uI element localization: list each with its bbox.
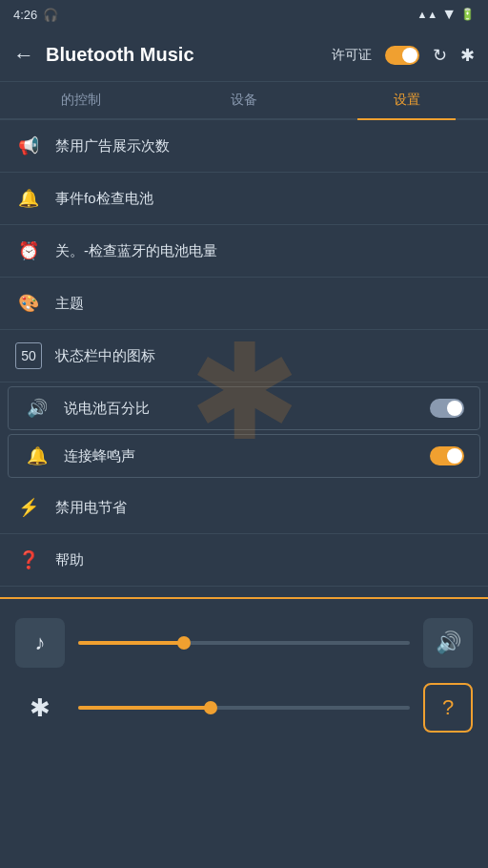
toggle-item-battery-percent[interactable]: 🔊 说电池百分比 xyxy=(8,386,480,430)
refresh-icon[interactable]: ↻ xyxy=(433,45,447,66)
bt-player-icon: ✱ xyxy=(15,683,65,733)
music-slider-fill xyxy=(78,641,184,645)
setting-item-help[interactable]: ❓ 帮助 xyxy=(0,534,488,587)
header-right: 许可证 ↻ ✱ xyxy=(332,45,475,66)
status-left: 4:26 🎧 xyxy=(13,8,58,22)
status-bar: 4:26 🎧 ▲▲ ▼ 🔋 xyxy=(0,0,488,29)
ads-label: 禁用广告展示次数 xyxy=(55,137,473,155)
music-button[interactable]: ♪ xyxy=(15,618,65,668)
wifi-icon: ▼ xyxy=(441,6,457,23)
settings-content: 📢 禁用广告展示次数 🔔 事件fo检查电池 ⏰ 关。-检查蓝牙的电池电量 🎨 主… xyxy=(0,120,488,597)
signal-icon: ▲▲ xyxy=(417,9,437,20)
battery-icon: 🔋 xyxy=(460,8,475,21)
tab-controls[interactable]: 的控制 xyxy=(0,82,163,118)
tab-bar: 的控制 设备 设置 xyxy=(0,82,488,120)
power-save-label: 禁用电节省 xyxy=(55,499,473,517)
event-icon: 🔔 xyxy=(15,185,42,212)
volume-icon: 🔊 xyxy=(436,630,461,655)
time-display: 4:26 xyxy=(13,8,37,22)
setting-item-battery-check[interactable]: ⏰ 关。-检查蓝牙的电池电量 xyxy=(0,225,488,278)
volume-slider-thumb[interactable] xyxy=(204,701,217,714)
battery-check-icon: ⏰ xyxy=(15,238,42,264)
event-label: 事件fo检查电池 xyxy=(55,190,473,208)
player-section: ♪ 🔊 ✱ ? xyxy=(0,599,488,752)
help-player-icon: ? xyxy=(442,695,454,720)
power-save-icon: ⚡ xyxy=(15,494,42,521)
setting-item-power-save[interactable]: ⚡ 禁用电节省 xyxy=(0,482,488,534)
bt-volume-row: ✱ ? xyxy=(15,683,473,733)
music-row: ♪ 🔊 xyxy=(15,618,473,668)
help-player-button[interactable]: ? xyxy=(423,683,473,733)
setting-item-bt-cache[interactable]: 🔧 蓝牙缓存清除 xyxy=(0,587,488,597)
toggle-item-connect-beep[interactable]: 🔔 连接蜂鸣声 xyxy=(8,434,480,478)
volume-button[interactable]: 🔊 xyxy=(423,618,473,668)
status-right: ▲▲ ▼ 🔋 xyxy=(417,6,475,23)
headphone-icon: 🎧 xyxy=(43,8,58,22)
back-button[interactable]: ← xyxy=(13,43,34,68)
music-icon: ♪ xyxy=(35,630,46,655)
help-icon: ❓ xyxy=(15,547,42,573)
connect-beep-toggle[interactable] xyxy=(430,446,464,465)
setting-item-theme[interactable]: 🎨 主题 xyxy=(0,278,488,330)
bluetooth-icon[interactable]: ✱ xyxy=(460,45,475,66)
battery-percent-label: 说电池百分比 xyxy=(64,400,417,418)
ads-icon: 📢 xyxy=(15,133,42,159)
permission-label: 许可证 xyxy=(332,47,372,64)
volume-slider[interactable] xyxy=(78,706,410,710)
music-slider[interactable] xyxy=(78,641,410,645)
connect-beep-label: 连接蜂鸣声 xyxy=(64,447,417,465)
battery-percent-icon: 🔊 xyxy=(24,395,51,422)
battery-check-label: 关。-检查蓝牙的电池电量 xyxy=(55,242,473,260)
volume-slider-fill xyxy=(78,706,211,710)
music-slider-thumb[interactable] xyxy=(177,636,191,650)
setting-item-ads[interactable]: 📢 禁用广告展示次数 xyxy=(0,120,488,173)
bluetooth-player-symbol: ✱ xyxy=(30,693,51,723)
setting-item-event[interactable]: 🔔 事件fo检查电池 xyxy=(0,173,488,225)
header-left: ← Bluetooth Music xyxy=(13,43,194,68)
page-title: Bluetooth Music xyxy=(46,44,194,66)
help-label: 帮助 xyxy=(55,551,473,569)
battery-percent-toggle[interactable] xyxy=(430,399,464,418)
permission-toggle[interactable] xyxy=(385,46,419,65)
statusbar-label: 状态栏中的图标 xyxy=(55,347,473,365)
tab-devices[interactable]: 设备 xyxy=(163,82,326,118)
header: ← Bluetooth Music 许可证 ↻ ✱ xyxy=(0,29,488,82)
player-content: ♪ 🔊 ✱ ? xyxy=(0,599,488,742)
connect-beep-icon: 🔔 xyxy=(24,443,51,469)
theme-icon: 🎨 xyxy=(15,290,42,317)
tab-settings[interactable]: 设置 xyxy=(325,82,488,118)
theme-label: 主题 xyxy=(55,295,473,313)
statusbar-icon: 50 xyxy=(15,342,42,369)
setting-item-statusbar[interactable]: 50 状态栏中的图标 xyxy=(0,330,488,382)
